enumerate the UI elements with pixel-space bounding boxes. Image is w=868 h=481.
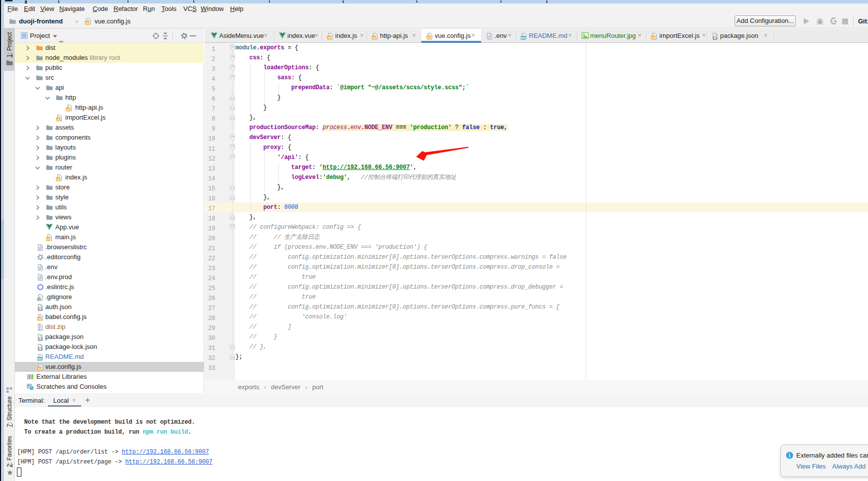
svg-text:JS: JS — [372, 36, 375, 39]
svg-text:JS: JS — [56, 118, 60, 121]
svg-text:MD: MD — [521, 36, 526, 39]
svg-text:JS: JS — [37, 318, 41, 321]
svg-text:JS: JS — [66, 108, 70, 111]
svg-text:{}: {} — [38, 336, 43, 341]
svg-text:{}: {} — [38, 307, 43, 311]
svg-text:JS: JS — [651, 36, 655, 39]
svg-text:JS: JS — [56, 178, 60, 181]
svg-text:JS: JS — [85, 21, 89, 24]
svg-text:{}: {} — [38, 346, 43, 351]
svg-text:JS: JS — [37, 367, 41, 370]
svg-text:MD: MD — [37, 357, 42, 360]
svg-text:JS: JS — [327, 36, 331, 39]
svg-text:{}: {} — [713, 35, 718, 40]
svg-text:JS: JS — [427, 36, 430, 39]
svg-text:JS: JS — [46, 238, 50, 241]
